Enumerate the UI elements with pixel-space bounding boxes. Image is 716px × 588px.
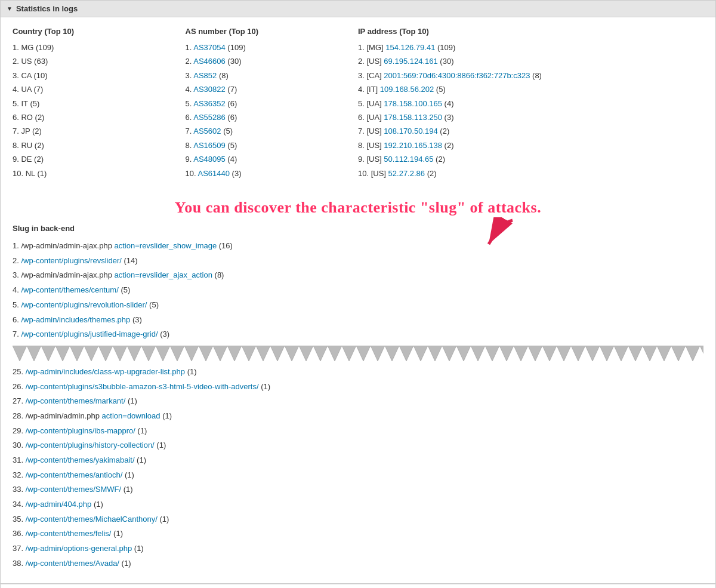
torn-separator bbox=[13, 346, 703, 361]
slug-link-7[interactable]: /wp-content/plugins/justified-image-grid… bbox=[21, 330, 158, 338]
as-item-3: 3. AS852 (8) bbox=[186, 69, 359, 82]
slug-section-header: Slug in back-end bbox=[13, 224, 703, 233]
ip-link-7[interactable]: 108.170.50.194 bbox=[384, 127, 437, 136]
ip-link-9[interactable]: 50.112.194.65 bbox=[384, 155, 433, 164]
slug-item-25: 25. /wp-admin/includes/class-wp-upgrader… bbox=[13, 365, 703, 380]
as-link-10[interactable]: AS61440 bbox=[197, 169, 230, 178]
ip-item-2: 2. [US] 69.195.124.161 (30) bbox=[358, 54, 703, 68]
country-item-5: 5. IT (5) bbox=[13, 97, 186, 110]
as-link-9[interactable]: AS48095 bbox=[193, 155, 226, 164]
slug-item-38: 38. /wp-content/themes/Avada/ (1) bbox=[13, 556, 703, 571]
country-item-6: 6. RO (2) bbox=[13, 110, 186, 124]
as-link-7[interactable]: AS5602 bbox=[193, 127, 221, 136]
section-title: Statistics in logs bbox=[16, 4, 78, 13]
as-column-header: AS number (Top 10) bbox=[186, 27, 359, 36]
annotation-text: You can discover the characteristic "slu… bbox=[13, 198, 703, 217]
country-item-8: 8. RU (2) bbox=[13, 138, 186, 152]
slug-link-33[interactable]: /wp-content/themes/SMWF/ bbox=[26, 485, 121, 494]
ip-link-6[interactable]: 178.158.113.250 bbox=[384, 113, 442, 122]
ip-item-5: 5. [UA] 178.158.100.165 (4) bbox=[358, 97, 703, 110]
ip-link-8[interactable]: 192.210.165.138 bbox=[384, 141, 442, 150]
collapse-arrow-icon: ▼ bbox=[7, 5, 13, 12]
country-item-9: 9. DE (2) bbox=[13, 152, 186, 166]
slug-item-27: 27. /wp-content/themes/markant/ (1) bbox=[13, 394, 703, 409]
page-wrapper: ▼ Statistics in logs Country (Top 10) 1.… bbox=[0, 0, 716, 588]
slug-item-33: 33. /wp-content/themes/SMWF/ (1) bbox=[13, 482, 703, 497]
slug-link-38[interactable]: /wp-content/themes/Avada/ bbox=[26, 559, 119, 568]
ip-link-5[interactable]: 178.158.100.165 bbox=[384, 99, 442, 108]
ip-column-header: IP address (Top 10) bbox=[358, 27, 703, 36]
as-link-6[interactable]: AS55286 bbox=[193, 113, 226, 122]
slug-link-31[interactable]: /wp-content/themes/yakimabait/ bbox=[26, 455, 135, 464]
slug-item-3: 3. /wp-admin/admin-ajax.php action=revsl… bbox=[13, 268, 703, 283]
slug-link-5[interactable]: /wp-content/plugins/revolution-slider/ bbox=[21, 300, 147, 309]
as-item-9: 9. AS48095 (4) bbox=[186, 152, 359, 166]
slug-link-4[interactable]: /wp-content/themes/centum/ bbox=[21, 285, 118, 294]
zigzag-svg bbox=[13, 346, 703, 361]
ip-link-10[interactable]: 52.27.2.86 bbox=[388, 169, 425, 178]
slug-item-36: 36. /wp-content/themes/felis/ (1) bbox=[13, 527, 703, 541]
annotation-overlay: You can discover the characteristic "slu… bbox=[13, 198, 703, 217]
as-item-2: 2. AS46606 (30) bbox=[186, 54, 359, 68]
slug-item-29: 29. /wp-content/plugins/ibs-mappro/ (1) bbox=[13, 424, 703, 439]
section-header[interactable]: ▼ Statistics in logs bbox=[0, 0, 716, 17]
slug-item-1: 1. /wp-admin/admin-ajax.php action=revsl… bbox=[13, 239, 703, 254]
as-number-column: AS number (Top 10) 1. AS37054 (109) 2. A… bbox=[186, 27, 359, 180]
slug-link-28[interactable]: action=download bbox=[102, 411, 161, 420]
slug-link-25[interactable]: /wp-admin/includes/class-wp-upgrader-lis… bbox=[26, 367, 185, 376]
as-link-3[interactable]: AS852 bbox=[193, 71, 217, 80]
country-item-10: 10. NL (1) bbox=[13, 167, 186, 180]
as-link-8[interactable]: AS16509 bbox=[193, 141, 226, 150]
country-item-7: 7. JP (2) bbox=[13, 124, 186, 138]
slug-item-5: 5. /wp-content/plugins/revolution-slider… bbox=[13, 298, 703, 313]
slug-item-34: 34. /wp-admin/404.php (1) bbox=[13, 497, 703, 512]
slug-link-32[interactable]: /wp-content/themes/antioch/ bbox=[26, 470, 123, 479]
country-item-3: 3. CA (10) bbox=[13, 69, 186, 82]
slug-item-2: 2. /wp-content/plugins/revslider/ (14) bbox=[13, 254, 703, 269]
ip-link-1[interactable]: 154.126.79.41 bbox=[385, 43, 435, 52]
slug-link-30[interactable]: /wp-content/plugins/history-collection/ bbox=[26, 441, 155, 450]
ip-link-3[interactable]: 2001:569:70d6:4300:8866:f362:727b:c323 bbox=[384, 71, 530, 80]
slug-link-6[interactable]: /wp-admin/includes/themes.php bbox=[21, 315, 130, 324]
slug-item-6: 6. /wp-admin/includes/themes.php (3) bbox=[13, 313, 703, 328]
as-item-4: 4. AS30822 (7) bbox=[186, 82, 359, 96]
slug-link-29[interactable]: /wp-content/plugins/ibs-mappro/ bbox=[26, 426, 135, 435]
slug-item-7: 7. /wp-content/plugins/justified-image-g… bbox=[13, 327, 703, 342]
as-item-8: 8. AS16509 (5) bbox=[186, 138, 359, 152]
as-item-7: 7. AS5602 (5) bbox=[186, 124, 359, 138]
slug-item-4: 4. /wp-content/themes/centum/ (5) bbox=[13, 283, 703, 298]
slug-link-2[interactable]: /wp-content/plugins/revslider/ bbox=[21, 256, 121, 265]
ip-link-2[interactable]: 69.195.124.161 bbox=[384, 57, 437, 66]
footer-bar: Clear logs Clear now bbox=[0, 584, 716, 588]
slug-link-27[interactable]: /wp-content/themes/markant/ bbox=[26, 396, 126, 405]
slug-link-34[interactable]: /wp-admin/404.php bbox=[26, 500, 92, 509]
slug-link-26[interactable]: /wp-content/plugins/s3bubble-amazon-s3-h… bbox=[26, 382, 259, 391]
ip-link-4[interactable]: 109.168.56.202 bbox=[380, 85, 434, 94]
svg-rect-3 bbox=[13, 346, 703, 361]
slug-item-31: 31. /wp-content/themes/yakimabait/ (1) bbox=[13, 453, 703, 468]
as-item-6: 6. AS55286 (6) bbox=[186, 110, 359, 124]
country-item-1: 1. MG (109) bbox=[13, 41, 186, 54]
slug-link-1[interactable]: action=revslider_show_image bbox=[115, 241, 217, 250]
as-item-1: 1. AS37054 (109) bbox=[186, 41, 359, 54]
as-link-4[interactable]: AS30822 bbox=[193, 85, 226, 94]
country-column: Country (Top 10) 1. MG (109) 2. US (63) … bbox=[13, 27, 186, 180]
slug-link-36[interactable]: /wp-content/themes/felis/ bbox=[26, 529, 112, 538]
ip-item-4: 4. [IT] 109.168.56.202 (5) bbox=[358, 82, 703, 96]
as-link-2[interactable]: AS46606 bbox=[193, 57, 226, 66]
main-content: Country (Top 10) 1. MG (109) 2. US (63) … bbox=[0, 17, 716, 584]
as-item-10: 10. AS61440 (3) bbox=[186, 167, 359, 180]
stats-columns: Country (Top 10) 1. MG (109) 2. US (63) … bbox=[13, 27, 703, 186]
slug-link-3[interactable]: action=revslider_ajax_action bbox=[115, 270, 212, 279]
ip-item-8: 8. [US] 192.210.165.138 (2) bbox=[358, 138, 703, 152]
as-link-1[interactable]: AS37054 bbox=[193, 43, 226, 52]
ip-item-3: 3. [CA] 2001:569:70d6:4300:8866:f362:727… bbox=[358, 69, 703, 82]
ip-item-9: 9. [US] 50.112.194.65 (2) bbox=[358, 152, 703, 166]
slug-item-30: 30. /wp-content/plugins/history-collecti… bbox=[13, 438, 703, 453]
ip-item-1: 1. [MG] 154.126.79.41 (109) bbox=[358, 41, 703, 54]
slug-item-37: 37. /wp-admin/options-general.php (1) bbox=[13, 541, 703, 556]
slug-link-37[interactable]: /wp-admin/options-general.php bbox=[26, 544, 132, 553]
slug-link-35[interactable]: /wp-content/themes/MichaelCanthony/ bbox=[26, 515, 158, 524]
slug-item-26: 26. /wp-content/plugins/s3bubble-amazon-… bbox=[13, 380, 703, 395]
as-link-5[interactable]: AS36352 bbox=[193, 99, 226, 108]
